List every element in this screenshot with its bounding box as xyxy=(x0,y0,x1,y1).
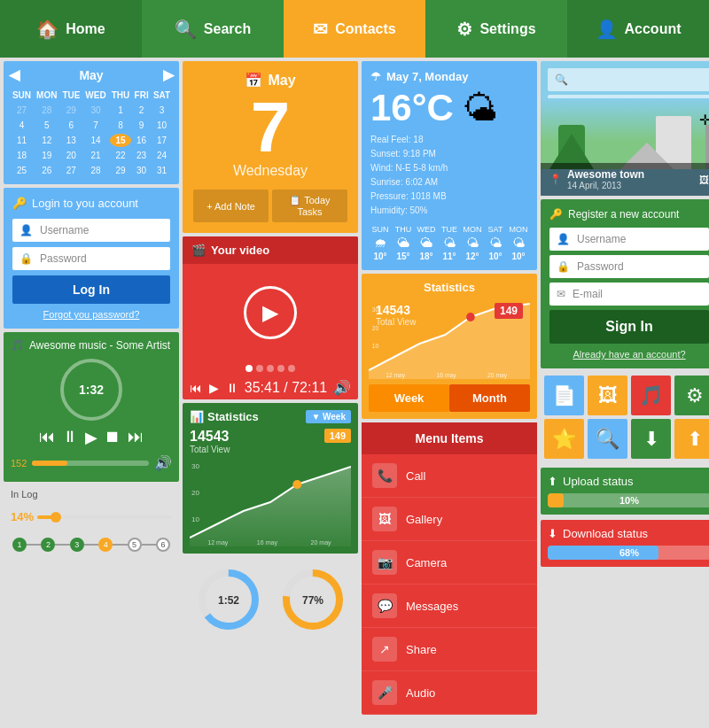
cal-day[interactable]: 14 xyxy=(83,134,108,147)
track-progress-fill xyxy=(32,461,66,466)
cal-day[interactable]: 30 xyxy=(83,104,108,117)
list-item[interactable]: 💬Messages xyxy=(362,585,537,628)
video-dots xyxy=(183,361,358,376)
cal-day[interactable]: 23 xyxy=(133,149,150,162)
add-note-button[interactable]: + Add Note xyxy=(193,190,269,222)
cal-day[interactable]: 31 xyxy=(152,164,172,177)
nav-settings[interactable]: ⚙ Settings xyxy=(425,0,567,58)
cal-day[interactable]: 18 xyxy=(11,149,33,162)
download-fill xyxy=(548,546,658,560)
video-play-area[interactable]: ▶ xyxy=(183,264,358,361)
cal-day[interactable]: 27 xyxy=(11,104,33,117)
cal-day[interactable]: 28 xyxy=(35,104,59,117)
cal-day[interactable]: 29 xyxy=(110,164,131,177)
forgot-link[interactable]: Forgot you password? xyxy=(12,309,170,320)
reg-password-field[interactable]: 🔒 Password xyxy=(549,255,709,278)
cal-day[interactable]: 21 xyxy=(83,149,108,162)
cal-day[interactable]: 28 xyxy=(83,164,108,177)
list-item[interactable]: ↗Share xyxy=(362,628,537,671)
rewind-icon[interactable]: ⏮ xyxy=(39,428,55,447)
list-item[interactable]: 📷Camera xyxy=(362,541,537,585)
nav-search[interactable]: 🔍 Search xyxy=(142,0,284,58)
search-box-1[interactable]: 🔍 xyxy=(548,68,709,91)
cal-day[interactable]: 24 xyxy=(152,149,172,162)
reg-username-field[interactable]: 👤 Username xyxy=(549,228,709,251)
fast-forward-icon[interactable]: ⏭ xyxy=(128,428,144,447)
pause-icon[interactable]: ⏸ xyxy=(62,428,78,447)
cal-day[interactable]: 1 xyxy=(110,104,131,117)
icon-button[interactable]: 📄 xyxy=(544,376,584,415)
cal-day[interactable]: 30 xyxy=(133,164,150,177)
week-badge[interactable]: ▼ Week xyxy=(306,410,351,423)
cal-day[interactable]: 8 xyxy=(110,119,131,132)
video-controls[interactable]: ⏮ ▶ ⏸ 35:41 / 72:11 🔊 xyxy=(183,376,358,399)
icon-button[interactable]: ⭐ xyxy=(544,419,584,459)
cal-day[interactable]: 2 xyxy=(133,104,150,117)
stop-icon[interactable]: ⏹ xyxy=(105,428,121,447)
vid-volume-icon[interactable]: 🔊 xyxy=(333,379,351,396)
tab-month[interactable]: Month xyxy=(449,384,530,412)
step-dot[interactable]: 3 xyxy=(70,538,84,552)
icon-button[interactable]: ⚙ xyxy=(674,376,709,415)
step-dot[interactable]: 4 xyxy=(98,538,113,552)
svg-text:77%: 77% xyxy=(301,594,323,607)
today-tasks-button[interactable]: 📋 Today Tasks xyxy=(272,190,347,222)
chart-icon: 📊 xyxy=(190,410,204,423)
tab-week[interactable]: Week xyxy=(369,384,449,412)
video-time: 35:41 / 72:11 xyxy=(245,380,327,396)
already-account-link[interactable]: Already have an account? xyxy=(549,349,709,360)
cal-day[interactable]: 16 xyxy=(133,134,150,147)
list-item[interactable]: 🖼Gallery xyxy=(362,498,537,541)
login-button[interactable]: Log In xyxy=(12,275,170,304)
cal-day[interactable]: 13 xyxy=(61,134,82,147)
cal-day[interactable]: 9 xyxy=(133,119,150,132)
cal-day[interactable]: 17 xyxy=(152,134,172,147)
vid-play-icon[interactable]: ▶ xyxy=(209,381,219,395)
list-item[interactable]: 🎤Audio xyxy=(362,671,537,715)
cal-day[interactable]: 20 xyxy=(61,149,82,162)
register-widget: 🔑 Register a new account 👤 Username 🔒 Pa… xyxy=(541,199,709,368)
cal-day[interactable]: 19 xyxy=(35,149,59,162)
cal-prev[interactable]: ◀ xyxy=(9,66,19,83)
cal-day[interactable]: 11 xyxy=(11,134,33,147)
icon-button[interactable]: 🎵 xyxy=(631,376,671,415)
signin-button[interactable]: Sign In xyxy=(549,310,709,344)
cal-day[interactable]: 15 xyxy=(110,134,131,147)
step-dot[interactable]: 6 xyxy=(156,538,170,552)
play-icon[interactable]: ▶ xyxy=(85,428,97,447)
password-field[interactable]: 🔒 Password xyxy=(12,247,170,270)
cal-day[interactable]: 5 xyxy=(35,119,59,132)
weather-wind: Wind: N-E 5-8 km/h xyxy=(370,161,528,175)
location-name: Awesome town xyxy=(567,168,644,181)
list-item[interactable]: 📞Call xyxy=(362,454,537,498)
step-dot[interactable]: 5 xyxy=(128,538,142,552)
cal-day[interactable]: 4 xyxy=(11,119,33,132)
cal-day[interactable]: 29 xyxy=(61,104,82,117)
cal-day[interactable]: 27 xyxy=(61,164,82,177)
nav-account[interactable]: 👤 Account xyxy=(567,0,709,58)
cal-day[interactable]: 26 xyxy=(35,164,59,177)
menu-title: Menu Items xyxy=(362,422,537,454)
cal-day[interactable]: 3 xyxy=(152,104,172,117)
cal-day[interactable]: 7 xyxy=(83,119,108,132)
username-field[interactable]: 👤 Username xyxy=(12,219,170,242)
cal-day[interactable]: 22 xyxy=(110,149,131,162)
play-button[interactable]: ▶ xyxy=(244,286,297,339)
nav-contacts[interactable]: ✉ Contacts xyxy=(284,0,425,58)
icon-button[interactable]: ⬆ xyxy=(674,419,709,459)
reg-email-field[interactable]: ✉ E-mail xyxy=(549,283,709,306)
cal-day[interactable]: 10 xyxy=(152,119,172,132)
cal-day[interactable]: 6 xyxy=(61,119,82,132)
nav-home[interactable]: 🏠 Home xyxy=(0,0,142,58)
icon-button[interactable]: ⬇ xyxy=(631,419,671,459)
icon-button[interactable]: 🔍 xyxy=(588,419,627,459)
cal-day[interactable]: 25 xyxy=(11,164,33,177)
step-dot[interactable]: 2 xyxy=(41,538,55,552)
music-controls[interactable]: ⏮ ⏸ ▶ ⏹ ⏭ xyxy=(11,428,172,447)
cal-next[interactable]: ▶ xyxy=(163,66,174,83)
vid-pause-icon[interactable]: ⏸ xyxy=(226,381,238,395)
vid-rewind-icon[interactable]: ⏮ xyxy=(190,381,202,395)
cal-day[interactable]: 12 xyxy=(35,134,59,147)
step-dot[interactable]: 1 xyxy=(12,538,27,552)
icon-button[interactable]: 🖼 xyxy=(588,376,627,415)
